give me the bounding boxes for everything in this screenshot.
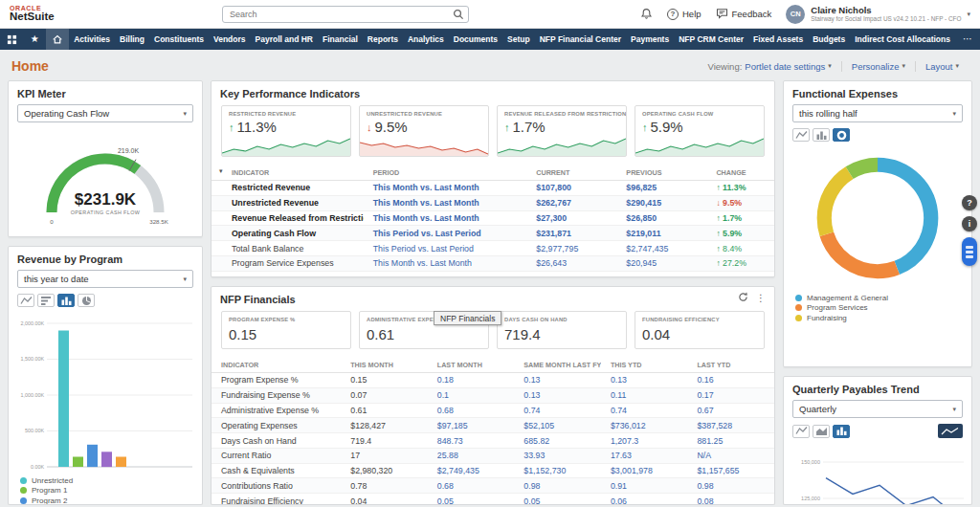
nfp-tile-program-expense-[interactable]: PROGRAM EXPENSE %0.15 (221, 311, 351, 349)
pie-chart-icon[interactable] (78, 294, 95, 307)
apps-grid-icon[interactable] (0, 29, 23, 50)
previous-link[interactable]: $2,747,435 (626, 244, 668, 254)
help-button[interactable]: ? Help (667, 9, 702, 20)
personalize-control[interactable]: Personalize ▾ (841, 61, 915, 72)
bar-chart-icon[interactable] (833, 425, 850, 438)
nav-item-documents[interactable]: Documents (449, 29, 502, 50)
value-link[interactable]: 0.11 (611, 390, 626, 400)
nav-item-billing[interactable]: Billing (115, 29, 149, 50)
portlet-title[interactable]: Functional Expenses (784, 81, 971, 103)
value-link[interactable]: 17.63 (611, 451, 632, 460)
nav-overflow-icon[interactable]: ⋯ (955, 29, 980, 50)
nav-item-fixed-assets[interactable]: Fixed Assets (748, 29, 808, 50)
nav-item-budgets[interactable]: Budgets (808, 29, 850, 50)
column-header-change[interactable]: CHANGE (706, 165, 774, 181)
value-link[interactable]: 685.82 (523, 436, 549, 446)
notifications-icon[interactable] (640, 8, 653, 20)
nav-item-analytics[interactable]: Analytics (403, 29, 449, 50)
value-link[interactable]: $1,157,655 (697, 466, 739, 475)
value-link[interactable]: $2,749,435 (437, 466, 479, 475)
nav-item-payroll-and-hr[interactable]: Payroll and HR (251, 29, 318, 50)
nav-item-financial[interactable]: Financial (318, 29, 363, 50)
kpi-tile-revenue-released-from-restriction[interactable]: REVENUE RELEASED FROM RESTRICTION↑1.7% (497, 105, 627, 157)
column-header-current[interactable]: CURRENT (526, 165, 616, 181)
period-link[interactable]: This Month vs. Last Month (373, 258, 472, 268)
previous-link[interactable]: $96,825 (626, 183, 657, 192)
column-header-indicator[interactable]: INDICATOR (212, 357, 341, 373)
bar-chart-icon[interactable] (57, 294, 75, 307)
column-header-this-ytd[interactable]: THIS YTD (601, 357, 688, 373)
guided-learning-remote[interactable] (962, 237, 977, 266)
portlet-title[interactable]: NFP Financials (212, 287, 304, 309)
period-link[interactable]: This Period vs. Last Period (373, 229, 481, 238)
nav-item-constituents[interactable]: Constituents (149, 29, 209, 50)
portlet-title[interactable]: KPI Meter (9, 81, 202, 103)
search-icon[interactable] (453, 9, 464, 22)
nav-item-indirect-cost-allocations[interactable]: Indirect Cost Allocations (850, 29, 955, 50)
value-link[interactable]: 0.18 (437, 375, 454, 385)
nav-item-payments[interactable]: Payments (626, 29, 674, 50)
search-input[interactable] (222, 6, 469, 23)
previous-link[interactable]: $290,415 (626, 198, 661, 208)
info-bubble-icon[interactable]: i (962, 216, 977, 231)
nav-item-reports[interactable]: Reports (363, 29, 403, 50)
value-link[interactable]: $387,528 (697, 421, 732, 430)
value-link[interactable]: 0.68 (437, 406, 454, 415)
value-link[interactable]: 0.08 (697, 496, 713, 505)
current-link[interactable]: $231,871 (536, 229, 571, 238)
current-link[interactable]: $262,767 (536, 198, 571, 208)
kpi-meter-select[interactable]: Operating Cash Flow ▾ (17, 104, 193, 122)
value-link[interactable]: $736,012 (611, 421, 646, 430)
value-link[interactable]: 0.67 (697, 406, 713, 415)
kpi-tile-unrestricted-revenue[interactable]: UNRESTRICTED REVENUE↓9.5% (359, 105, 489, 157)
previous-link[interactable]: $20,945 (626, 258, 657, 268)
period-link[interactable]: This Month vs. Last Month (373, 213, 479, 223)
column-header-last-month[interactable]: LAST MONTH (428, 357, 515, 373)
area-chart-icon[interactable] (813, 425, 830, 438)
viewing-settings-control[interactable]: Viewing: Portlet date settings ▾ (699, 61, 841, 72)
line-chart-icon[interactable] (792, 425, 810, 438)
current-link[interactable]: $26,643 (536, 258, 567, 268)
value-link[interactable]: 0.13 (523, 375, 540, 385)
nav-item-activities[interactable]: Activities (69, 29, 115, 50)
value-link[interactable]: $3,001,978 (611, 466, 653, 475)
value-link[interactable]: $97,185 (437, 421, 468, 430)
portlet-title[interactable]: Revenue by Program (9, 247, 202, 269)
value-link[interactable]: 0.05 (437, 496, 454, 505)
portlet-title[interactable]: Quarterly Payables Trend (784, 377, 971, 399)
kebab-menu-icon[interactable]: ⋮ (756, 293, 766, 303)
value-link[interactable]: N/A (697, 451, 711, 460)
line-chart-icon[interactable] (792, 128, 810, 142)
value-link[interactable]: $52,105 (523, 421, 554, 430)
period-link[interactable]: This Period vs. Last Period (373, 244, 474, 254)
value-link[interactable]: 0.16 (697, 375, 713, 385)
column-header-indicator[interactable]: ▾INDICATOR (212, 165, 364, 181)
column-header-last-ytd[interactable]: LAST YTD (687, 357, 774, 373)
current-link[interactable]: $27,300 (536, 213, 567, 223)
value-link[interactable]: 0.74 (611, 406, 627, 415)
value-link[interactable]: 25.88 (437, 451, 458, 460)
value-link[interactable]: $1,152,730 (523, 466, 566, 475)
period-link[interactable]: This Month vs. Last Month (373, 198, 479, 208)
home-icon[interactable] (46, 29, 69, 50)
hbar-chart-icon[interactable] (37, 294, 55, 307)
value-link[interactable]: 0.91 (611, 481, 627, 491)
avatar[interactable]: CN (786, 5, 805, 24)
chart-thumbnail[interactable] (938, 424, 963, 438)
previous-link[interactable]: $219,011 (626, 229, 660, 238)
column-header-this-month[interactable]: THIS MONTH (341, 357, 428, 373)
value-link[interactable]: 881.25 (697, 436, 723, 446)
period-link[interactable]: This Month vs. Last Month (373, 183, 479, 192)
value-link[interactable]: 0.13 (611, 375, 627, 385)
column-header-previous[interactable]: PREVIOUS (616, 165, 706, 181)
value-link[interactable]: 0.06 (611, 496, 627, 505)
bar-chart-icon[interactable] (813, 128, 830, 142)
value-link[interactable]: 0.13 (523, 390, 540, 400)
help-bubble-icon[interactable]: ? (962, 195, 977, 210)
nav-item-setup[interactable]: Setup (502, 29, 535, 50)
layout-control[interactable]: Layout ▾ (915, 61, 969, 72)
nav-item-vendors[interactable]: Vendors (209, 29, 251, 50)
value-link[interactable]: 0.17 (697, 390, 713, 400)
payables-range-select[interactable]: Quarterly ▾ (792, 400, 963, 418)
value-link[interactable]: 33.93 (523, 451, 545, 460)
